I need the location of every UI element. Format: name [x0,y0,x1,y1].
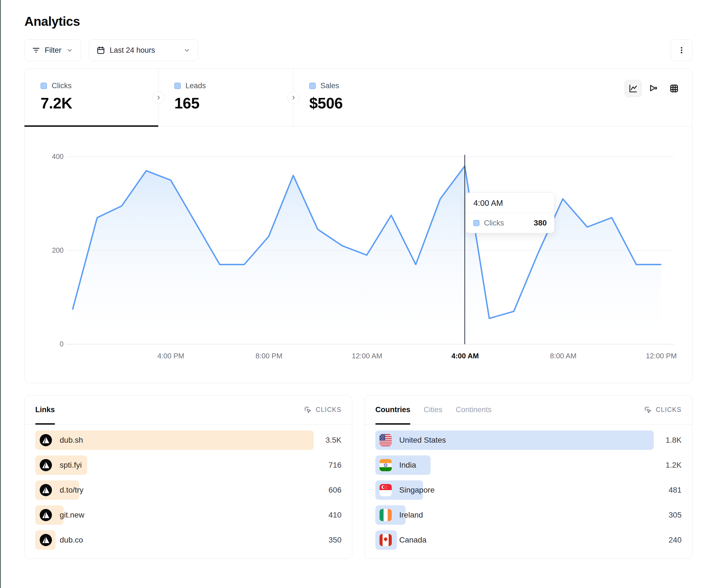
row-value: 350 [328,536,342,544]
row-value: 716 [328,461,342,470]
row-content: git.new [35,509,84,521]
clicks-time-series-chart[interactable]: 0200400 4:00 PM8:00 PM12:00 AM4:00 AM8:0… [25,127,692,383]
flag-ca-icon [380,534,392,546]
tab-cities[interactable]: Cities [424,395,443,424]
countries-list: United States1.8KIndia1.2KSingapore481Ir… [365,424,692,550]
list-item[interactable]: Canada240 [375,530,682,550]
row-value: 410 [328,511,342,520]
metric-label: CLICKS [316,406,342,413]
area-chart [25,127,692,383]
line-chart-toggle[interactable] [624,80,642,97]
list-item[interactable]: dub.sh3.5K [35,430,342,450]
series-marker-icon [41,83,47,89]
series-marker-icon [309,83,316,89]
row-content: United States [375,434,446,446]
grid-icon [669,84,679,93]
filter-button-label: Filter [45,46,61,55]
row-content: India [375,459,416,471]
dub-logo-icon [39,434,52,447]
list-item[interactable]: git.new410 [35,505,342,525]
metric-selector[interactable]: CLICKS [304,406,342,414]
row-label: spti.fyi [60,461,82,470]
row-label: Singapore [399,485,435,495]
dub-logo-icon [39,509,52,521]
list-item[interactable]: Singapore481 [375,480,682,500]
links-card: Links CLICKS dub.sh3.5Kspti.fyi716d.to/t… [24,395,352,559]
tab-clicks[interactable]: Clicks 7.2K [25,69,158,126]
x-axis-label: 4:00 AM [451,352,479,360]
row-content: dub.co [35,534,83,546]
more-options-button[interactable] [671,39,692,61]
tab-countries[interactable]: Countries [375,395,410,424]
filter-button[interactable]: Filter [24,39,81,61]
row-label: United States [399,436,446,445]
list-item[interactable]: dub.co350 [35,530,342,550]
row-label: dub.co [60,536,83,544]
list-item[interactable]: United States1.8K [375,430,682,450]
metric-label: CLICKS [656,406,682,413]
row-value: 305 [669,511,682,520]
pointer-click-icon [644,406,652,414]
countries-card-header: Countries Cities Continents CLICKS [365,395,692,424]
y-axis-label: 0 [30,340,64,348]
list-item[interactable]: India1.2K [375,455,682,475]
metric-selector[interactable]: CLICKS [644,406,682,414]
x-axis-label: 4:00 PM [157,352,184,360]
row-label: Canada [399,536,427,544]
flag-ie-icon [380,509,392,521]
chevron-right-icon[interactable] [152,92,165,104]
row-value: 481 [669,485,682,495]
list-item[interactable]: Ireland305 [375,505,682,525]
row-value: 1.8K [666,436,682,445]
controls-row: Filter Last 24 hours [24,39,692,61]
x-axis-label: 8:00 PM [255,352,282,360]
tab-continents[interactable]: Continents [456,395,492,424]
stat-label: Leads [186,82,206,90]
chevron-down-icon [66,46,73,54]
tooltip-time: 4:00 AM [466,193,554,213]
row-value: 1.2K [666,461,682,470]
flag-sg-icon [380,484,392,496]
row-content: Ireland [375,509,423,521]
dub-logo-icon [39,534,52,546]
flag-us-icon [380,434,392,446]
chevron-right-icon[interactable] [287,92,300,104]
tab-sales[interactable]: Sales $506 [294,69,692,126]
stat-label-row: Clicks [41,82,158,90]
y-axis-label: 400 [30,153,64,161]
row-value: 240 [669,536,682,544]
funnel-toggle[interactable] [645,80,662,97]
filter-icon [32,46,40,54]
row-content: Canada [375,534,427,546]
tooltip-value: 380 [534,219,547,227]
tab-links[interactable]: Links [35,395,55,424]
chart-tooltip: 4:00 AM Clicks 380 [466,193,555,233]
tooltip-series-row: Clicks 380 [466,213,554,233]
analytics-chart-card: Clicks 7.2K Leads 165 Sales $ [24,68,692,383]
table-toggle[interactable] [666,80,683,97]
dub-logo-icon [39,459,52,472]
stat-tabs: Clicks 7.2K Leads 165 Sales $ [25,69,692,127]
tab-leads[interactable]: Leads 165 [158,69,294,126]
page-title: Analytics [24,14,692,29]
y-axis-label: 200 [30,246,64,254]
row-label: git.new [60,511,84,520]
row-content: spti.fyi [35,459,82,472]
x-axis-label: 12:00 AM [352,352,382,360]
analytics-page: Analytics Filter Last 24 hours [0,0,711,588]
chart-type-toggles [624,80,683,97]
series-marker-icon [473,220,479,226]
row-content: dub.sh [35,434,83,447]
date-range-button[interactable]: Last 24 hours [89,39,198,61]
list-item[interactable]: spti.fyi716 [35,455,342,475]
funnel-icon [649,84,658,93]
row-label: India [399,461,416,470]
chevron-down-icon [183,46,191,54]
kebab-menu-icon [677,46,686,54]
links-card-tabs: Links [35,395,55,424]
list-item[interactable]: d.to/try606 [35,480,342,500]
breakdown-cards: Links CLICKS dub.sh3.5Kspti.fyi716d.to/t… [24,395,692,559]
date-range-label: Last 24 hours [110,46,155,55]
calendar-icon [96,46,105,55]
tooltip-series-label: Clicks [484,219,504,227]
